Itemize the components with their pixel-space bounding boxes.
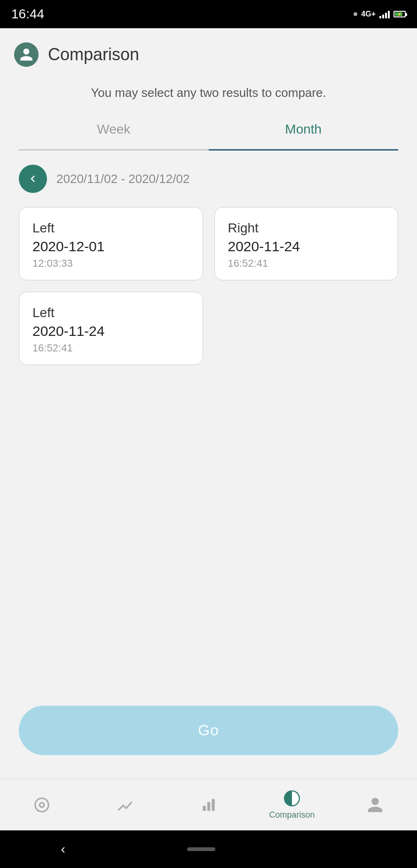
month-underline <box>209 149 399 151</box>
tab-underlines <box>19 149 398 151</box>
date-range-text: 2020/11/02 - 2020/12/02 <box>56 172 189 186</box>
dot-icon <box>354 12 357 16</box>
card-left-2[interactable]: Left 2020-11-24 16:52:41 <box>19 292 203 365</box>
card-date: 2020-11-24 <box>32 323 189 339</box>
svg-rect-1 <box>207 802 210 811</box>
user-avatar-icon <box>14 42 39 67</box>
status-bar: 16:44 4G+ ⚡ <box>0 0 417 28</box>
week-underline <box>19 149 209 151</box>
signal-icon: 4G+ <box>361 10 376 18</box>
trend-icon <box>116 796 134 814</box>
nav-item-chart[interactable] <box>167 796 250 814</box>
tab-week[interactable]: Week <box>19 114 209 144</box>
main-content: You may select any two results to compar… <box>0 76 417 779</box>
app-header: Comparison <box>0 28 417 76</box>
comparison-nav-label: Comparison <box>269 810 315 820</box>
status-time: 16:44 <box>11 7 44 22</box>
card-side-label: Left <box>32 221 189 236</box>
back-button[interactable] <box>19 165 47 193</box>
card-side-label: Right <box>228 221 385 236</box>
profile-icon <box>366 796 384 814</box>
card-date: 2020-12-01 <box>32 239 189 255</box>
card-time: 16:52:41 <box>32 342 189 354</box>
android-back-icon[interactable]: ‹ <box>61 842 65 857</box>
nav-item-trend[interactable] <box>83 796 166 814</box>
bottom-nav: Comparison <box>0 779 417 830</box>
card-time: 16:52:41 <box>228 257 385 270</box>
comparison-icon <box>283 789 301 807</box>
tabs-container: Week Month <box>19 114 398 151</box>
svg-rect-2 <box>212 799 214 811</box>
nav-item-comparison[interactable]: Comparison <box>250 789 333 820</box>
battery-icon: ⚡ <box>393 11 406 17</box>
tab-month[interactable]: Month <box>209 114 399 144</box>
card-date: 2020-11-24 <box>228 239 385 255</box>
card-side-label: Left <box>32 305 189 320</box>
cards-row-2: Left 2020-11-24 16:52:41 <box>19 292 398 365</box>
target-icon <box>33 796 51 814</box>
chart-icon <box>200 796 218 814</box>
page-title: Comparison <box>48 45 139 64</box>
tabs-row: Week Month <box>19 114 398 144</box>
cards-row-1: Left 2020-12-01 12:03:33 Right 2020-11-2… <box>19 207 398 280</box>
nav-item-profile[interactable] <box>334 796 417 814</box>
status-icons: 4G+ ⚡ <box>354 10 406 18</box>
go-button[interactable]: Go <box>19 706 398 755</box>
card-left-1[interactable]: Left 2020-12-01 12:03:33 <box>19 207 203 280</box>
card-time: 12:03:33 <box>32 257 189 270</box>
subtitle-text: You may select any two results to compar… <box>19 86 398 100</box>
android-nav-bar: ‹ <box>0 830 417 868</box>
svg-rect-0 <box>203 805 205 811</box>
android-home-indicator[interactable] <box>187 847 215 851</box>
signal-bars-icon <box>379 10 390 18</box>
card-right-1[interactable]: Right 2020-11-24 16:52:41 <box>214 207 399 280</box>
nav-item-target[interactable] <box>0 796 83 814</box>
go-button-wrapper: Go <box>19 696 398 769</box>
date-navigator: 2020/11/02 - 2020/12/02 <box>19 165 398 193</box>
